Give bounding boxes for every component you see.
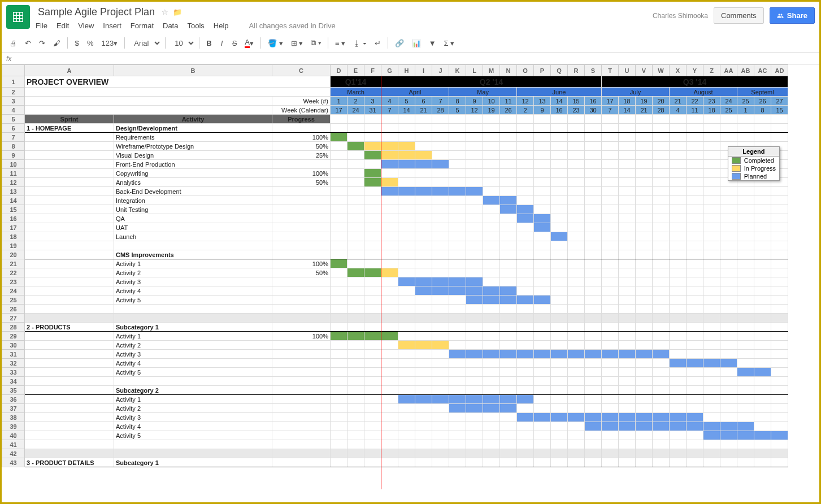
cell[interactable]: [602, 350, 619, 359]
cell[interactable]: [398, 142, 415, 151]
cell[interactable]: [432, 142, 449, 151]
cell[interactable]: [602, 160, 619, 169]
cell[interactable]: 31: [364, 106, 381, 115]
cell[interactable]: [449, 305, 466, 314]
cell[interactable]: [500, 259, 517, 268]
cell[interactable]: [500, 368, 517, 377]
cell[interactable]: [687, 196, 703, 205]
folder-icon[interactable]: 📁: [173, 8, 182, 16]
cell[interactable]: [432, 314, 449, 323]
menu-help[interactable]: Help: [214, 21, 229, 30]
cell[interactable]: [703, 187, 720, 196]
cell[interactable]: [551, 296, 568, 305]
cell[interactable]: Wireframe/Prototype Design: [114, 142, 272, 151]
cell[interactable]: Subcategory 1: [114, 323, 272, 332]
cell[interactable]: [534, 368, 551, 377]
cell[interactable]: [114, 377, 272, 386]
cell[interactable]: [272, 160, 331, 169]
cell[interactable]: [25, 368, 114, 377]
cell[interactable]: 6: [415, 97, 432, 106]
cell[interactable]: [754, 187, 771, 196]
cell[interactable]: [703, 259, 720, 268]
cell[interactable]: 3 - PRODUCT DETAILS: [25, 458, 114, 467]
cell[interactable]: [500, 296, 517, 305]
cell[interactable]: [551, 368, 568, 377]
cell[interactable]: [398, 458, 415, 467]
cell[interactable]: [568, 178, 585, 187]
cell[interactable]: [534, 332, 551, 341]
share-button[interactable]: Share: [770, 7, 815, 24]
cell[interactable]: [381, 286, 398, 296]
row-header[interactable]: 7: [2, 133, 25, 142]
cell[interactable]: [432, 223, 449, 232]
cell[interactable]: [347, 187, 364, 196]
cell[interactable]: [381, 350, 398, 359]
cell[interactable]: Week (Calendar): [272, 106, 331, 115]
cell[interactable]: [602, 395, 619, 404]
cell[interactable]: [25, 377, 114, 386]
cell[interactable]: [517, 160, 534, 169]
cell[interactable]: 5: [449, 106, 466, 115]
cell[interactable]: [347, 268, 364, 277]
cell[interactable]: [653, 115, 670, 124]
cell[interactable]: [432, 232, 449, 241]
cell[interactable]: [551, 440, 568, 449]
cell[interactable]: Copywriting: [114, 169, 272, 178]
cell[interactable]: [602, 277, 619, 286]
cell[interactable]: [331, 286, 347, 296]
row-header[interactable]: 37: [2, 404, 25, 413]
cell[interactable]: [398, 259, 415, 268]
cell[interactable]: [466, 341, 483, 350]
cell[interactable]: [272, 196, 331, 205]
cell[interactable]: [347, 286, 364, 296]
col-header[interactable]: Y: [687, 65, 703, 76]
cell[interactable]: [754, 223, 771, 232]
cell[interactable]: [449, 250, 466, 259]
cell[interactable]: [754, 332, 771, 341]
cell[interactable]: [653, 142, 670, 151]
cell[interactable]: [517, 142, 534, 151]
cell[interactable]: [449, 323, 466, 332]
cell[interactable]: [771, 350, 788, 359]
cell[interactable]: [483, 305, 500, 314]
cell[interactable]: [602, 314, 619, 323]
cell[interactable]: Activity 3: [114, 277, 272, 286]
cell[interactable]: [771, 332, 788, 341]
cell[interactable]: [703, 368, 720, 377]
cell[interactable]: 8: [754, 106, 771, 115]
cell[interactable]: 21: [670, 97, 687, 106]
cell[interactable]: [551, 178, 568, 187]
cell[interactable]: Q3 '14: [602, 76, 788, 88]
cell[interactable]: [771, 449, 788, 458]
row-header[interactable]: 40: [2, 431, 25, 440]
cell[interactable]: [415, 431, 432, 440]
cell[interactable]: [466, 431, 483, 440]
cell[interactable]: [398, 178, 415, 187]
cell[interactable]: [483, 377, 500, 386]
cell[interactable]: [483, 431, 500, 440]
cell[interactable]: [737, 259, 754, 268]
cell[interactable]: [653, 404, 670, 413]
cell[interactable]: 20: [653, 97, 670, 106]
col-header[interactable]: S: [585, 65, 602, 76]
cell[interactable]: [568, 341, 585, 350]
cell[interactable]: [720, 449, 737, 458]
row-header[interactable]: 5: [2, 115, 25, 124]
cell[interactable]: [381, 359, 398, 368]
cell[interactable]: [687, 115, 703, 124]
cell[interactable]: [687, 422, 703, 431]
cell[interactable]: [670, 277, 687, 286]
cell[interactable]: [272, 296, 331, 305]
cell[interactable]: [687, 431, 703, 440]
col-header[interactable]: E: [347, 65, 364, 76]
cell[interactable]: [500, 404, 517, 413]
cell[interactable]: [364, 314, 381, 323]
cell[interactable]: Septeml: [737, 88, 788, 97]
cell[interactable]: [449, 422, 466, 431]
cell[interactable]: [398, 422, 415, 431]
cell[interactable]: [500, 350, 517, 359]
cell[interactable]: Activity 1: [114, 395, 272, 404]
cell[interactable]: [703, 422, 720, 431]
cell[interactable]: [398, 115, 415, 124]
cell[interactable]: [347, 431, 364, 440]
